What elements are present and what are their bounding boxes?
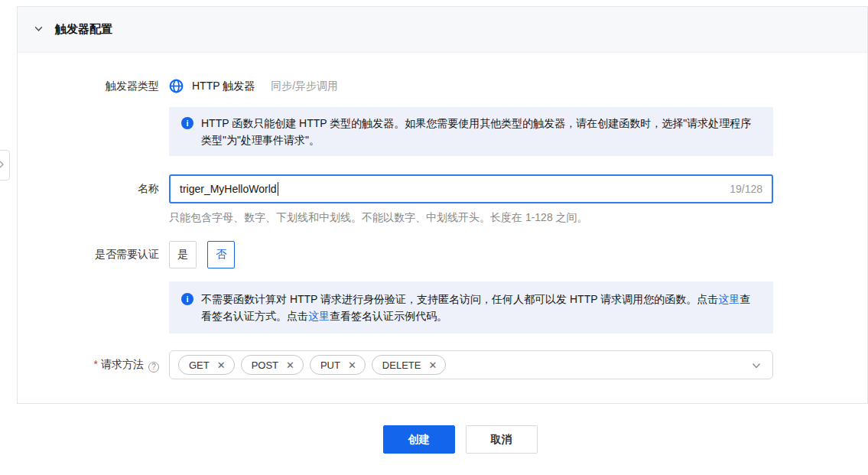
auth-row: 是否需要认证 是 否 [18, 241, 867, 268]
close-icon[interactable]: ✕ [348, 360, 356, 371]
text-cursor [278, 182, 278, 196]
panel-title: 触发器配置 [55, 22, 112, 37]
chevron-down-icon[interactable] [34, 24, 44, 36]
side-panel-expand-button[interactable] [0, 150, 10, 181]
required-asterisk: * [94, 358, 98, 370]
signature-example-link[interactable]: 这里 [308, 310, 330, 322]
http-trigger-info-text: HTTP 函数只能创建 HTTP 类型的触发器。如果您需要使用其他类型的触发器，… [201, 115, 761, 148]
close-icon[interactable]: ✕ [217, 360, 226, 371]
method-label: 请求方法 [101, 358, 144, 370]
method-row: *请求方法? GET✕ POST✕ PUT✕ DELETE✕ [18, 350, 867, 379]
info-icon: i [181, 293, 193, 305]
chevron-right-icon [0, 159, 6, 171]
auth-info-segment: 查看签名认证示例代码。 [330, 310, 447, 322]
cancel-button[interactable]: 取消 [466, 425, 538, 454]
trigger-config-panel: 触发器配置 触发器类型 HTTP 触发器 同步/异步调用 i HTTP 函数只 [17, 6, 868, 404]
chevron-down-icon[interactable] [750, 360, 762, 374]
signature-auth-link[interactable]: 这里 [718, 293, 740, 305]
trigger-type-label: 触发器类型 [18, 80, 169, 93]
auth-info-banner: i 不需要函数计算对 HTTP 请求进行身份验证，支持匿名访问，任何人都可以发 … [169, 281, 773, 333]
info-icon: i [181, 117, 193, 129]
auth-yes-button[interactable]: 是 [169, 241, 197, 268]
name-input[interactable]: triger_MyHelloWorld 19/128 [169, 174, 773, 203]
close-icon[interactable]: ✕ [286, 360, 294, 371]
trigger-type-value: HTTP 触发器 [192, 80, 255, 93]
method-multiselect[interactable]: GET✕ POST✕ PUT✕ DELETE✕ [169, 350, 773, 379]
auth-no-button[interactable]: 否 [207, 241, 235, 268]
name-label: 名称 [18, 182, 169, 196]
name-input-value: triger_MyHelloWorld [180, 183, 277, 195]
auth-info-segment: 不需要函数计算对 HTTP 请求进行身份验证，支持匿名访问，任何人都可以发 HT… [201, 293, 718, 305]
method-tag-post: POST✕ [241, 355, 304, 375]
globe-icon [169, 79, 184, 93]
method-tag-delete: DELETE✕ [372, 355, 446, 375]
form-actions: 创建 取消 [17, 425, 868, 454]
http-trigger-info-banner: i HTTP 函数只能创建 HTTP 类型的触发器。如果您需要使用其他类型的触发… [169, 107, 773, 156]
invocation-mode-text: 同步/异步调用 [271, 80, 338, 93]
name-row: 名称 triger_MyHelloWorld 19/128 [18, 174, 867, 203]
create-button[interactable]: 创建 [383, 425, 455, 454]
auth-info-text: 不需要函数计算对 HTTP 请求进行身份验证，支持匿名访问，任何人都可以发 HT… [201, 291, 761, 324]
method-tag-put: PUT✕ [310, 355, 366, 375]
method-tag-get: GET✕ [178, 355, 235, 375]
question-mark-icon[interactable]: ? [148, 362, 159, 373]
panel-header[interactable]: 触发器配置 [18, 7, 867, 53]
char-counter: 19/128 [730, 183, 762, 195]
name-helper-text: 只能包含字母、数字、下划线和中划线。不能以数字、中划线开头。长度在 1-128 … [169, 210, 867, 225]
close-icon[interactable]: ✕ [428, 360, 437, 371]
trigger-type-row: 触发器类型 HTTP 触发器 同步/异步调用 [18, 79, 867, 93]
auth-label: 是否需要认证 [18, 248, 169, 262]
